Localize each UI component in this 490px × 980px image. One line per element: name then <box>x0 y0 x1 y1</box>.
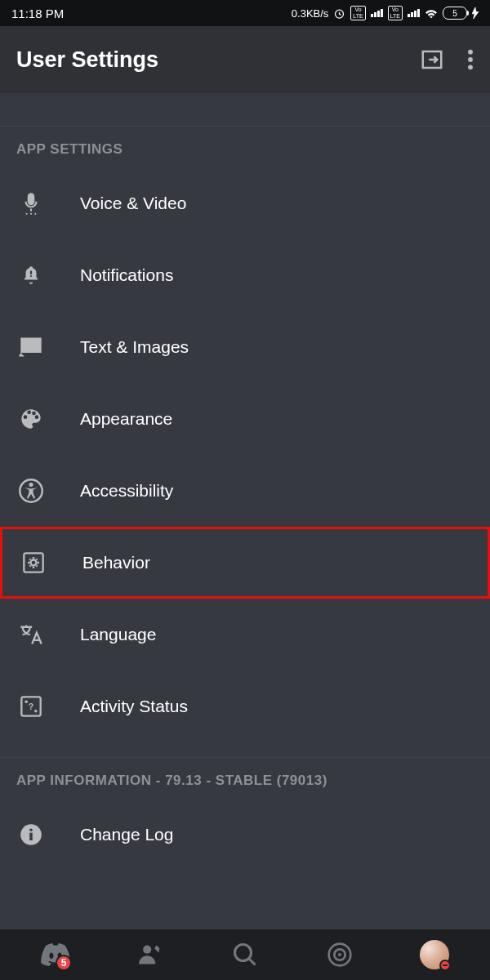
palette-icon <box>16 408 46 430</box>
svg-point-11 <box>31 560 37 566</box>
nav-friends[interactable] <box>132 937 168 973</box>
image-icon <box>16 336 46 359</box>
item-label: Voice & Video <box>80 194 186 213</box>
accessibility-icon <box>16 479 46 503</box>
svg-rect-18 <box>29 833 33 840</box>
bottom-nav: 5 <box>0 929 490 980</box>
wifi-icon <box>425 8 438 18</box>
item-language[interactable]: Language <box>0 599 490 670</box>
battery-icon: 5 <box>443 7 467 20</box>
item-label: Change Log <box>80 825 173 844</box>
nav-profile[interactable] <box>416 937 452 973</box>
svg-point-9 <box>29 483 33 487</box>
dice-icon: ? <box>16 695 46 718</box>
item-appearance[interactable]: Appearance <box>0 383 490 455</box>
content: APP SETTINGS Voice & Video Notifications… <box>0 93 490 871</box>
svg-point-19 <box>143 946 151 954</box>
gear-box-icon <box>19 551 48 574</box>
item-behavior[interactable]: Behavior <box>0 527 490 599</box>
nav-discord[interactable]: 5 <box>38 937 74 973</box>
item-label: Text & Images <box>80 337 189 357</box>
svg-rect-10 <box>24 553 42 572</box>
bell-icon <box>16 263 46 287</box>
page-title: User Settings <box>16 47 158 73</box>
header: User Settings <box>0 26 490 93</box>
item-label: Appearance <box>80 409 172 429</box>
item-label: Behavior <box>82 553 150 572</box>
svg-point-20 <box>235 945 252 961</box>
friend-wave-icon <box>137 943 163 966</box>
svg-point-17 <box>29 828 33 831</box>
svg-point-13 <box>24 700 28 703</box>
info-icon <box>16 823 46 846</box>
status-time: 11:18 PM <box>11 7 64 20</box>
item-accessibility[interactable]: Accessibility <box>0 455 490 527</box>
item-voice-video[interactable]: Voice & Video <box>0 167 490 239</box>
search-icon <box>233 942 257 967</box>
item-activity-status[interactable]: ? Activity Status <box>0 670 490 742</box>
alarm-icon <box>333 7 345 20</box>
svg-point-4 <box>26 213 28 215</box>
status-indicators: 0.3KB/s VoLTE VoLTE 5 <box>292 6 479 20</box>
enter-icon[interactable] <box>420 47 444 72</box>
dnd-status-icon <box>439 960 451 971</box>
svg-point-14 <box>34 710 38 713</box>
svg-point-3 <box>468 65 473 69</box>
item-label: Language <box>80 625 156 644</box>
item-label: Accessibility <box>80 481 173 501</box>
status-bar: 11:18 PM 0.3KB/s VoLTE VoLTE 5 <box>0 0 490 26</box>
notification-badge: 5 <box>56 955 72 971</box>
section-header-app-settings: APP SETTINGS <box>0 127 490 167</box>
item-label: Activity Status <box>80 697 188 716</box>
item-text-images[interactable]: Text & Images <box>0 311 490 383</box>
svg-point-7 <box>30 275 32 277</box>
svg-point-2 <box>468 57 473 62</box>
section-header-app-info: APP INFORMATION - 79.13 - STABLE (79013) <box>0 758 490 799</box>
item-change-log[interactable]: Change Log <box>0 799 490 871</box>
svg-point-5 <box>30 213 32 215</box>
language-icon <box>16 623 46 646</box>
mic-icon <box>16 191 46 216</box>
volte-icon-2: VoLTE <box>388 6 403 20</box>
svg-point-23 <box>338 953 341 956</box>
signal-icon-2 <box>408 9 420 17</box>
nav-mentions[interactable] <box>322 937 358 973</box>
signal-icon-1 <box>371 9 383 17</box>
volte-icon-1: VoLTE <box>350 6 365 20</box>
svg-point-6 <box>34 213 36 215</box>
svg-point-1 <box>468 50 473 55</box>
mention-icon <box>327 942 353 968</box>
nav-search[interactable] <box>227 937 263 973</box>
more-icon[interactable] <box>467 48 474 71</box>
item-label: Notifications <box>80 265 173 285</box>
data-speed: 0.3KB/s <box>292 7 329 20</box>
avatar <box>420 940 449 969</box>
item-notifications[interactable]: Notifications <box>0 239 490 311</box>
svg-text:?: ? <box>29 702 33 711</box>
charging-icon <box>472 7 479 19</box>
